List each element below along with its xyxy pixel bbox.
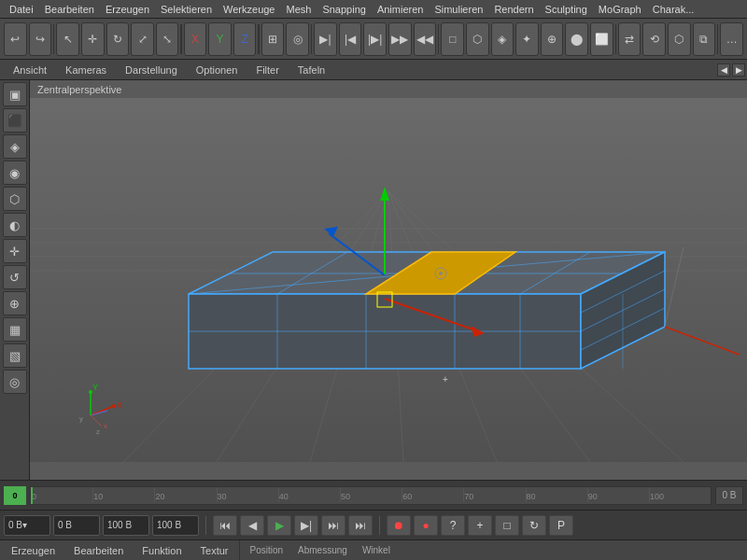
menubar: DateiBearbeitenErzeugenSelektierenWerkze…	[0, 0, 747, 19]
menu-item-animieren[interactable]: Animieren	[372, 0, 430, 18]
loop2-btn[interactable]: ↻	[522, 515, 546, 536]
undo-btn[interactable]: ↩	[4, 22, 27, 56]
object-btn[interactable]: ◎	[286, 22, 309, 56]
light-btn[interactable]: ✦	[515, 22, 539, 56]
play-btn[interactable]: ▶	[267, 515, 291, 536]
anim5-btn[interactable]: ◀◀	[414, 22, 437, 56]
sidebar-btn-select-tool[interactable]: ◎	[3, 370, 27, 394]
scale-btn[interactable]: ⤢	[131, 22, 154, 56]
menu-item-werkzeuge[interactable]: Werkzeuge	[218, 0, 280, 18]
timeline-marks: 0102030405060708090100	[31, 487, 711, 504]
sym-btn[interactable]: ⇄	[618, 22, 641, 56]
anim1-btn[interactable]: ▶|	[314, 22, 337, 56]
bottom-label-position: Position	[244, 545, 289, 555]
view-tab-optionen[interactable]: Optionen	[187, 61, 247, 79]
view-tab-kameras[interactable]: Kameras	[56, 61, 116, 79]
view-tab-darstellung[interactable]: Darstellung	[116, 61, 187, 79]
bottom-tab-textur[interactable]: Textur	[193, 540, 236, 560]
view-tab-ansicht[interactable]: Ansicht	[4, 61, 56, 79]
menu-item-snapping[interactable]: Snapping	[317, 0, 372, 18]
last-frame-btn[interactable]: ⏭	[321, 515, 345, 536]
menu-item-erzeugen[interactable]: Erzeugen	[100, 0, 155, 18]
sidebar-btn-gouraud-mode[interactable]: ◉	[3, 161, 27, 185]
clone-btn[interactable]: ⧉	[693, 22, 716, 56]
menu-item-charak[interactable]: Charak...	[647, 0, 700, 18]
add-btn[interactable]: +	[468, 515, 492, 536]
anim3-btn[interactable]: |▶|	[363, 22, 387, 56]
view-prev-arrow[interactable]: ◀	[717, 63, 730, 77]
view-next-arrow[interactable]: ▶	[732, 63, 745, 77]
timeline-track[interactable]: 0102030405060708090100	[30, 486, 712, 505]
svg-text:x: x	[104, 422, 107, 430]
mirror-btn[interactable]: ⤡	[156, 22, 179, 56]
world-btn[interactable]: ⊞	[261, 22, 285, 56]
x-axis-btn[interactable]: X	[184, 22, 207, 56]
menu-item-sculpting[interactable]: Sculpting	[540, 0, 593, 18]
transport-field-4[interactable]: 100 B	[152, 515, 199, 536]
prev-frame-btn[interactable]: ◀	[240, 515, 264, 536]
menu-item-simulieren[interactable]: Simulieren	[429, 0, 488, 18]
toolbar: ↩↪↖✛↻⤢⤡XYZ⊞◎▶||◀|▶|▶▶◀◀□⬡◈✦⊕⬤⬜⇄⟲⬡⧉…	[0, 19, 747, 60]
sidebar-btn-move-tool[interactable]: ✛	[3, 239, 27, 263]
sidebar-btn-grid-tool[interactable]: ▦	[3, 317, 27, 342]
transport-field-2[interactable]: 0 B	[53, 515, 100, 536]
select-btn[interactable]: ↖	[56, 22, 79, 56]
bottom-tab-funktion[interactable]: Funktion	[134, 540, 189, 560]
sidebar-btn-magnet-tool[interactable]: ⊕	[3, 291, 27, 315]
anim2-btn[interactable]: |◀	[339, 22, 362, 56]
loop-btn[interactable]: ⏭	[348, 515, 373, 536]
anim4-btn[interactable]: ▶▶	[388, 22, 412, 56]
scene-3d: + X Y x y z	[30, 80, 747, 480]
first-frame-btn[interactable]: ⏮	[213, 515, 237, 536]
svg-point-47	[89, 390, 92, 394]
transport-field-3[interactable]: 100 B	[103, 515, 149, 536]
rotate-btn[interactable]: ↻	[106, 22, 130, 56]
bottom-tab-erzeugen[interactable]: Erzeugen	[4, 540, 63, 560]
menu-item-rendern[interactable]: Rendern	[488, 0, 539, 18]
reset-btn[interactable]: ⟲	[642, 22, 666, 56]
view-nav-arrows: ◀▶	[717, 63, 745, 77]
auto-key-btn[interactable]: ●	[414, 515, 438, 536]
redo-btn[interactable]: ↪	[29, 22, 52, 56]
timeline-mark: 0	[31, 487, 92, 502]
bottom-right: PositionAbmessungWinkel	[240, 540, 399, 560]
move-btn[interactable]: ✛	[81, 22, 105, 56]
menu-item-datei[interactable]: Datei	[4, 0, 39, 18]
cam2-btn[interactable]: P	[549, 515, 573, 536]
sidebar-btn-rotate-tool[interactable]: ↺	[3, 265, 27, 289]
help-btn[interactable]: ?	[441, 515, 465, 536]
plane-btn[interactable]: ⬜	[590, 22, 613, 56]
sidebar-btn-polygon-tool[interactable]: ▧	[3, 343, 27, 368]
hex-btn[interactable]: ⬡	[466, 22, 489, 56]
timeline-mark: 20	[154, 487, 216, 502]
y-axis-btn[interactable]: Y	[208, 22, 232, 56]
transport-field-1[interactable]: 0 B▾	[4, 515, 50, 536]
deform-btn[interactable]: ⬡	[668, 22, 691, 56]
view-tab-tafeln[interactable]: Tafeln	[289, 61, 334, 79]
more-btn[interactable]: …	[720, 22, 743, 56]
transport-field-arrow[interactable]: ▾	[22, 520, 27, 530]
view-tab-filter[interactable]: Filter	[247, 61, 288, 79]
viewport[interactable]: Zentralperspektive	[30, 80, 747, 480]
cam-btn[interactable]: ⊕	[541, 22, 564, 56]
next-frame-btn[interactable]: ▶|	[294, 515, 318, 536]
dot-btn[interactable]: ⬤	[565, 22, 588, 56]
svg-text:y: y	[79, 414, 83, 423]
sidebar: ▣⬛◈◉⬡◐✛↺⊕▦▧◎	[0, 80, 30, 480]
view-btn[interactable]: □	[495, 515, 519, 536]
menu-item-mograph[interactable]: MoGraph	[593, 0, 647, 18]
z-axis-btn[interactable]: Z	[233, 22, 257, 56]
menu-item-selektieren[interactable]: Selektieren	[155, 0, 218, 18]
sphere-btn[interactable]: ◈	[491, 22, 514, 56]
sidebar-btn-object-mode[interactable]: ▣	[3, 82, 27, 106]
cube-btn[interactable]: □	[441, 22, 464, 56]
sidebar-btn-texture-mode[interactable]: ⬛	[3, 108, 27, 133]
sidebar-btn-material-mode[interactable]: ◈	[3, 134, 27, 159]
sidebar-btn-light-mode[interactable]: ◐	[3, 213, 27, 237]
record-btn[interactable]: ⏺	[387, 515, 411, 536]
sep1	[53, 24, 54, 54]
bottom-tab-bearbeiten[interactable]: Bearbeiten	[66, 540, 131, 560]
menu-item-bearbeiten[interactable]: Bearbeiten	[39, 0, 100, 18]
sidebar-btn-wireframe-mode[interactable]: ⬡	[3, 187, 27, 211]
menu-item-mesh[interactable]: Mesh	[280, 0, 317, 18]
